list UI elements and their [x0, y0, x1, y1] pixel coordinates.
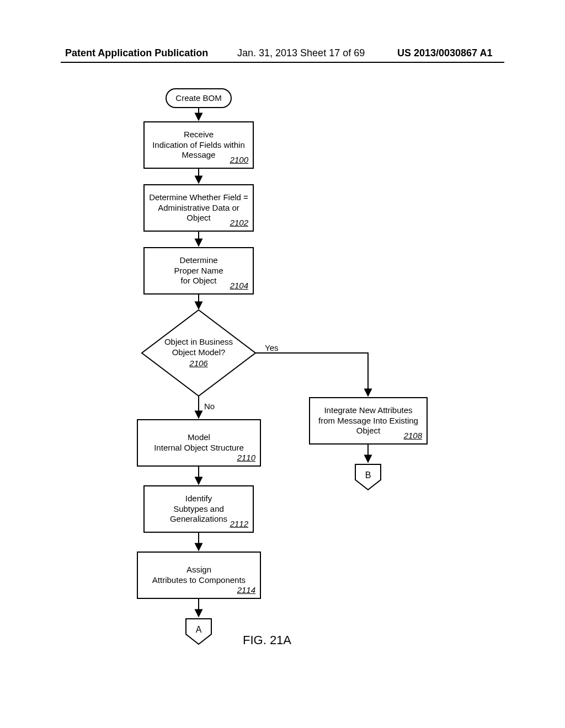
step-2102-line1: Determine Whether Field = — [149, 192, 248, 203]
step-2108-line2: from Message Into Existing — [318, 416, 418, 426]
start-terminator: Create BOM — [166, 88, 232, 108]
step-2102-ref: 2102 — [230, 218, 248, 228]
connector-a-label: A — [185, 618, 212, 645]
step-2112-line3: Generalizations — [170, 514, 227, 524]
step-2104: Determine Proper Name for Object 2104 — [143, 247, 254, 295]
start-label: Create BOM — [175, 93, 221, 104]
offpage-connector-a: A — [185, 618, 212, 645]
decision-2106-line1: Object in Business — [164, 337, 233, 347]
header-rule — [61, 62, 504, 63]
label-no: No — [204, 402, 215, 411]
step-2108-line1: Integrate New Attributes — [324, 405, 412, 416]
step-2100-line2: Indication of Fields within — [152, 140, 245, 151]
offpage-connector-b: B — [354, 463, 382, 491]
decision-2106: Object in Business Object Model? 2106 — [141, 309, 257, 397]
step-2110: Model Internal Object Structure 2110 — [137, 419, 261, 467]
step-2110-ref: 2110 — [237, 453, 255, 463]
header-sheet: Jan. 31, 2013 Sheet 17 of 69 — [237, 47, 365, 59]
step-2112-line2: Subtypes and — [173, 504, 224, 515]
step-2104-line3: for Object — [180, 276, 216, 286]
decision-2106-ref: 2106 — [189, 358, 207, 369]
step-2112-line1: Identify — [185, 494, 212, 504]
step-2108-ref: 2108 — [404, 431, 422, 441]
page-header: Patent Application Publication Jan. 31, … — [0, 47, 565, 63]
step-2100-ref: 2100 — [230, 155, 248, 165]
label-yes: Yes — [265, 343, 278, 352]
step-2110-line2: Internal Object Structure — [154, 443, 244, 453]
step-2104-line2: Proper Name — [174, 266, 223, 276]
step-2112: Identify Subtypes and Generalizations 21… — [143, 485, 254, 533]
flow-arrows — [0, 0, 565, 728]
step-2104-ref: 2104 — [230, 281, 248, 291]
step-2112-ref: 2112 — [230, 519, 248, 529]
step-2102: Determine Whether Field = Administrative… — [143, 184, 254, 232]
step-2114: Assign Attributes to Components 2114 — [137, 552, 261, 599]
decision-2106-line2: Object Model? — [172, 347, 226, 358]
figure-caption: FIG. 21A — [243, 633, 291, 647]
step-2104-line1: Determine — [179, 255, 217, 266]
step-2108-line3: Object — [356, 426, 380, 436]
step-2114-ref: 2114 — [237, 585, 255, 596]
step-2102-line2: Administrative Data or — [158, 203, 239, 213]
step-2108: Integrate New Attributes from Message In… — [309, 397, 428, 445]
header-docnum: US 2013/0030867 A1 — [397, 47, 492, 59]
step-2110-line1: Model — [188, 432, 210, 443]
step-2100: Receive Indication of Fields within Mess… — [143, 121, 254, 169]
step-2102-line3: Object — [186, 213, 210, 223]
step-2100-line3: Message — [182, 150, 216, 160]
step-2100-line1: Receive — [184, 130, 214, 140]
connector-b-label: B — [354, 463, 382, 491]
step-2114-line2: Attributes to Components — [152, 575, 246, 586]
step-2114-line1: Assign — [186, 565, 211, 575]
header-pub: Patent Application Publication — [65, 47, 208, 59]
